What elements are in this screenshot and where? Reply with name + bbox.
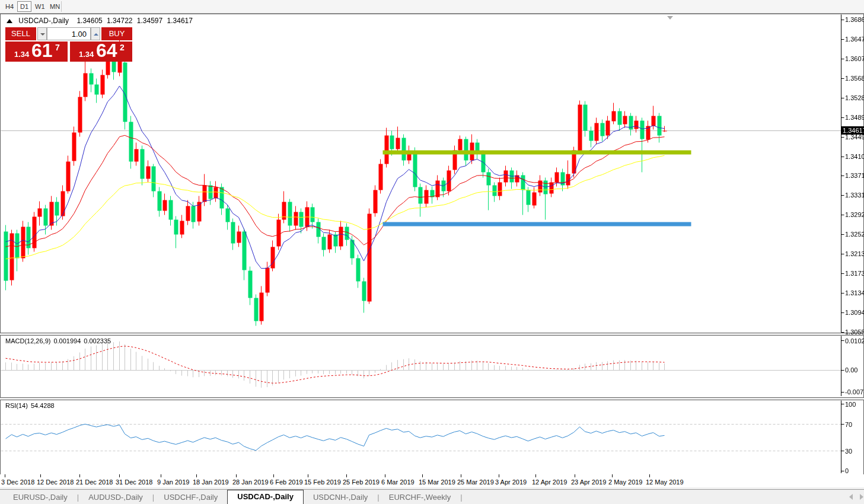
date-axis-label: 15 Mar 2019 <box>419 479 455 486</box>
date-tick <box>535 474 536 477</box>
price-axis-label: 1.34890 <box>845 114 864 121</box>
tab-usdcad-daily[interactable]: USDCAD-,Daily <box>227 490 304 504</box>
date-tick <box>575 474 575 477</box>
sell-price-display[interactable]: 1.34 61 7 <box>5 42 68 62</box>
price-axis-label: 1.33310 <box>845 192 864 199</box>
rsi-axis-30: 30 <box>845 448 852 455</box>
timeframe-w1-button[interactable]: W1 <box>32 1 48 12</box>
symbol-direction-up-icon <box>7 19 12 23</box>
date-axis-label: 12 Dec 2018 <box>37 479 74 486</box>
timeframe-h4-button[interactable]: H4 <box>2 1 17 12</box>
date-tick <box>422 474 423 477</box>
timeframe-toolbar: H4 D1 W1 MN <box>0 0 864 14</box>
price-axis-label: 1.36070 <box>845 55 864 62</box>
price-axis-label: 1.31730 <box>845 270 864 277</box>
toolbar-separator <box>61 1 62 12</box>
sell-price-base: 1.34 <box>14 50 29 59</box>
tab-usdcnh-daily[interactable]: USDCNH-,Daily <box>304 491 377 504</box>
price-axis-label: 1.36470 <box>845 36 864 43</box>
buy-price-base: 1.34 <box>79 50 94 59</box>
volume-input[interactable] <box>47 27 91 40</box>
rsi-label: RSI(14)54.4288 <box>5 402 58 409</box>
date-axis-label: 2 May 2019 <box>608 479 642 486</box>
chart-title: USDCAD-,Daily 1.34605 1.34722 1.34597 1.… <box>7 17 195 25</box>
date-axis-label: 25 Feb 2019 <box>343 479 380 486</box>
price-axis-label: 1.35280 <box>845 94 864 101</box>
date-tick <box>161 474 161 477</box>
date-axis-label: 3 Dec 2018 <box>1 479 34 486</box>
tab-usdchf-daily[interactable]: USDCHF-,Daily <box>154 491 227 504</box>
price-axis-label: 1.32130 <box>845 250 864 257</box>
volume-increase-button[interactable] <box>91 27 100 40</box>
date-tick <box>499 474 499 477</box>
date-axis-label: 15 Feb 2019 <box>304 479 341 486</box>
volume-decrease-button[interactable] <box>37 27 47 40</box>
rsi-axis-70: 70 <box>845 421 852 428</box>
date-axis-label: 6 Feb 2019 <box>270 479 303 486</box>
date-axis-label: 21 Dec 2018 <box>76 479 113 486</box>
ohlc-close: 1.34617 <box>167 17 193 25</box>
sell-price-pip: 7 <box>55 43 60 52</box>
date-axis-label: 31 Dec 2018 <box>116 479 152 486</box>
sell-button[interactable]: SELL <box>5 27 36 40</box>
buy-button[interactable]: BUY <box>101 27 132 40</box>
date-tick <box>612 474 613 477</box>
date-axis-label: 23 Apr 2019 <box>571 479 606 486</box>
buy-price-pip: 2 <box>120 43 125 52</box>
date-axis-label: 28 Jan 2019 <box>232 479 269 486</box>
tab-strip: EURUSD-,Daily|AUDUSD-,Daily|USDCHF-,Dail… <box>4 490 463 504</box>
price-axis-label: 1.35680 <box>845 75 864 82</box>
price-axis-label: 1.32520 <box>845 231 864 238</box>
macd-axis-max: 0.010229 <box>845 337 864 344</box>
chart-shift-icon <box>667 16 673 20</box>
price-axis-label: 1.30940 <box>845 309 864 316</box>
macd-axis-min: -0.00747 <box>845 388 864 395</box>
date-tick <box>5 474 5 477</box>
tab-eurusd-daily[interactable]: EURUSD-,Daily <box>4 491 77 504</box>
chart-symbol: USDCAD-,Daily <box>18 17 69 25</box>
ohlc-open: 1.34605 <box>76 17 102 25</box>
price-axis-label: 1.36860 <box>845 16 864 23</box>
price-axis-label: 1.32920 <box>845 211 864 218</box>
date-tick <box>119 474 120 477</box>
date-axis-label: 3 Apr 2019 <box>495 479 527 486</box>
buy-price-big: 64 <box>96 40 117 62</box>
date-axis-label: 12 Apr 2019 <box>532 479 567 486</box>
date-tick <box>273 474 274 477</box>
price-axis-label: 1.34100 <box>845 153 864 160</box>
price-axis-label: 1.31340 <box>845 289 864 296</box>
date-tick <box>461 474 461 477</box>
tab-eurchf-weekly[interactable]: EURCHF-,Weekly <box>380 491 461 504</box>
sell-price-big: 61 <box>31 40 53 62</box>
price-axis-label: 1.34490 <box>845 133 864 141</box>
rsi-canvas[interactable] <box>1 400 863 473</box>
macd-panel: MACD(12,26,9)0.0019940.002335 0.010229 0… <box>0 335 864 398</box>
tab-audusd-daily[interactable]: AUDUSD-,Daily <box>79 491 152 504</box>
price-axis-label: 1.33710 <box>845 172 864 179</box>
date-axis-label: 9 Jan 2019 <box>157 479 189 486</box>
price-chart-panel: USDCAD-,Daily 1.34605 1.34722 1.34597 1.… <box>0 14 864 333</box>
date-axis: 3 Dec 201812 Dec 201821 Dec 201831 Dec 2… <box>0 474 864 487</box>
rsi-panel: RSI(14)54.4288 100 70 30 0 <box>0 400 864 475</box>
ohlc-low: 1.34597 <box>137 17 162 25</box>
date-tick <box>40 474 41 477</box>
macd-axis-zero: 0.00 <box>845 366 857 374</box>
date-tick <box>385 474 385 477</box>
date-tick <box>308 474 308 477</box>
timeframe-d1-button[interactable]: D1 <box>17 1 31 12</box>
mt4-window: H4 D1 W1 MN USDCAD-,Daily 1.34605 1.3472… <box>0 0 864 504</box>
chart-tab-bar: EURUSD-,Daily|AUDUSD-,Daily|USDCHF-,Dail… <box>0 489 864 504</box>
tab-scroll-left-icon[interactable] <box>849 494 853 500</box>
date-tick <box>649 474 650 477</box>
date-tick <box>79 474 80 477</box>
arrow-up-icon <box>94 33 98 36</box>
tab-scroll-right-icon[interactable] <box>860 494 863 500</box>
date-axis-label: 12 May 2019 <box>646 479 684 486</box>
tab-separator: | <box>460 493 462 502</box>
macd-canvas[interactable] <box>1 336 863 396</box>
price-chart-canvas[interactable] <box>1 14 863 333</box>
buy-price-display[interactable]: 1.34 64 2 <box>70 42 132 62</box>
date-tick <box>346 474 347 477</box>
date-axis-label: 25 Mar 2019 <box>457 479 494 486</box>
macd-label: MACD(12,26,9)0.0019940.002335 <box>5 337 114 344</box>
